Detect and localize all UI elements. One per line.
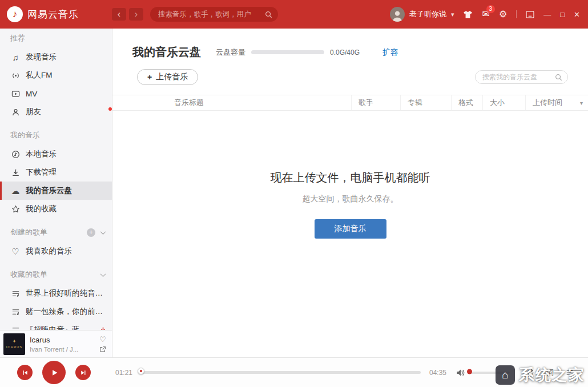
global-search-input[interactable] bbox=[158, 10, 265, 18]
column-album[interactable]: 专辑 bbox=[400, 95, 451, 110]
now-playing-artist[interactable]: Ivan Torrent / J... bbox=[30, 346, 95, 353]
cloud-icon: ☁ bbox=[10, 187, 21, 195]
user-caret-icon[interactable]: ▾ bbox=[451, 11, 454, 18]
cloud-drive-page: 我的音乐云盘 云盘容量 0.0G/40G 扩容 + 上传音乐 bbox=[112, 29, 588, 357]
lyrics-toggle[interactable]: 词 bbox=[546, 368, 554, 378]
capacity-meter: 云盘容量 0.0G/40G bbox=[216, 47, 360, 58]
seek-thumb[interactable] bbox=[138, 368, 144, 374]
sidebar-item-playlist-latiao[interactable]: 赌一包辣条，你的前任听... bbox=[0, 303, 112, 321]
empty-state-title: 现在上传文件，电脑手机都能听 bbox=[112, 170, 588, 186]
body-row: 推荐 ♫ 发现音乐 私人FM bbox=[0, 29, 588, 357]
app-window: ♪ 网易云音乐 ‹ › 老子听你说 ▾ ✉ 3 ⚙ bbox=[0, 0, 588, 387]
column-artist[interactable]: 歌手 bbox=[351, 95, 400, 110]
theme-skin-icon[interactable] bbox=[463, 10, 473, 19]
back-button[interactable]: ‹ bbox=[112, 8, 126, 21]
sidebar: 推荐 ♫ 发现音乐 私人FM bbox=[0, 29, 112, 357]
now-playing-title[interactable]: Icarus bbox=[30, 336, 95, 344]
album-cover[interactable]: ✦ ICARUS bbox=[3, 333, 25, 355]
sidebar-item-private-fm[interactable]: 私人FM bbox=[0, 66, 112, 84]
message-badge: 3 bbox=[486, 5, 495, 13]
current-time: 01:21 bbox=[112, 369, 135, 377]
search-icon bbox=[265, 11, 272, 18]
sort-caret-icon[interactable]: ▾ bbox=[580, 100, 583, 106]
heart-icon: ♡ bbox=[10, 247, 21, 256]
forward-button[interactable]: › bbox=[129, 8, 143, 21]
seek-bar[interactable] bbox=[141, 371, 421, 374]
now-playing-card[interactable]: ✦ ICARUS Icarus Ivan Torrent / J... ♡ bbox=[0, 330, 112, 357]
app-title: 网易云音乐 bbox=[27, 8, 79, 21]
capacity-label: 云盘容量 bbox=[216, 47, 245, 58]
add-music-button[interactable]: 添加音乐 bbox=[315, 219, 386, 239]
friends-notification-dot bbox=[108, 107, 112, 111]
capacity-bar bbox=[251, 50, 324, 54]
sidebar-group-recommend: 推荐 ♫ 发现音乐 私人FM bbox=[0, 29, 112, 121]
global-search-box[interactable] bbox=[150, 7, 278, 22]
search-icon bbox=[555, 74, 562, 81]
total-time: 04:35 bbox=[426, 369, 449, 377]
group-title-recommend: 推荐 bbox=[0, 29, 112, 48]
sidebar-item-local-music[interactable]: 本地音乐 bbox=[0, 145, 112, 163]
table-header: 音乐标题 歌手 专辑 格式 大小 上传时间 ▾ bbox=[112, 95, 588, 111]
maximize-button[interactable]: □ bbox=[560, 10, 565, 19]
capacity-value: 0.0G/40G bbox=[330, 49, 360, 57]
loop-mode-icon[interactable] bbox=[526, 368, 535, 377]
volume-thumb[interactable] bbox=[467, 369, 472, 374]
column-upload-time[interactable]: 上传时间 ▾ bbox=[525, 95, 588, 110]
chevron-down-icon[interactable] bbox=[100, 229, 106, 235]
previous-track-button[interactable] bbox=[17, 365, 33, 380]
sidebar-item-my-collection[interactable]: 我的收藏 bbox=[0, 200, 112, 218]
user-name[interactable]: 老子听你说 bbox=[409, 9, 446, 19]
column-size[interactable]: 大小 bbox=[482, 95, 525, 110]
plus-icon: + bbox=[147, 73, 152, 81]
sidebar-scroll[interactable]: 推荐 ♫ 发现音乐 私人FM bbox=[0, 29, 112, 330]
add-playlist-icon[interactable]: + bbox=[87, 228, 95, 237]
cloud-search-input[interactable] bbox=[482, 73, 555, 81]
star-icon bbox=[10, 205, 21, 213]
group-title-collected-playlists: 收藏的歌单 bbox=[0, 265, 112, 284]
volume-icon[interactable] bbox=[456, 369, 465, 377]
sidebar-item-download-manager[interactable]: 下载管理 bbox=[0, 163, 112, 182]
volume-control bbox=[456, 369, 510, 377]
page-head: 我的音乐云盘 云盘容量 0.0G/40G 扩容 bbox=[112, 29, 588, 60]
player-extra-controls: 词 bbox=[526, 368, 574, 378]
expand-storage-link[interactable]: 扩容 bbox=[382, 47, 398, 58]
mini-mode-icon[interactable] bbox=[526, 11, 534, 18]
close-button[interactable]: ✕ bbox=[574, 10, 580, 19]
group-title-created-playlists: 创建的歌单 + bbox=[0, 223, 112, 242]
app-logo[interactable]: ♪ 网易云音乐 bbox=[0, 6, 106, 22]
playlist-icon bbox=[10, 326, 21, 330]
sidebar-item-playlist-edm[interactable]: 『超嗨电音』蓝奏电... bbox=[0, 321, 112, 330]
chevron-down-icon[interactable] bbox=[100, 271, 106, 277]
sidebar-item-playlist-pure-music[interactable]: 世界上很好听的纯音乐（... bbox=[0, 284, 112, 303]
share-icon[interactable] bbox=[99, 346, 106, 353]
upload-music-button[interactable]: + 上传音乐 bbox=[137, 69, 198, 85]
player-bar: 01:21 04:35 词 bbox=[0, 357, 588, 387]
play-button[interactable] bbox=[42, 361, 66, 384]
next-track-button[interactable] bbox=[75, 365, 91, 380]
sidebar-item-discover[interactable]: ♫ 发现音乐 bbox=[0, 48, 112, 66]
column-format[interactable]: 格式 bbox=[451, 95, 482, 110]
sidebar-group-my-music: 我的音乐 本地音乐 下载管理 ☁ bbox=[0, 126, 112, 218]
cloud-search-box[interactable] bbox=[475, 70, 568, 84]
title-bar-right: 老子听你说 ▾ ✉ 3 ⚙ — □ ✕ bbox=[390, 7, 588, 22]
sidebar-item-mv[interactable]: MV bbox=[0, 84, 112, 103]
title-bar: ♪ 网易云音乐 ‹ › 老子听你说 ▾ ✉ 3 ⚙ bbox=[0, 0, 588, 29]
avatar[interactable] bbox=[390, 7, 405, 22]
sidebar-group-collected-playlists: 收藏的歌单 世界上很好听的纯音乐（... bbox=[0, 265, 112, 330]
like-heart-icon[interactable]: ♡ bbox=[99, 336, 106, 343]
friends-icon bbox=[10, 108, 21, 116]
toolbar: + 上传音乐 bbox=[112, 69, 588, 85]
column-spacer bbox=[112, 95, 167, 110]
sidebar-item-friends[interactable]: 朋友 bbox=[0, 103, 112, 121]
sidebar-group-created-playlists: 创建的歌单 + ♡ 我喜欢的音乐 bbox=[0, 223, 112, 260]
volume-slider[interactable] bbox=[470, 372, 510, 374]
titlebar-separator bbox=[516, 10, 517, 18]
column-title[interactable]: 音乐标题 bbox=[167, 95, 351, 110]
settings-gear-icon[interactable]: ⚙ bbox=[499, 10, 507, 19]
play-queue-icon[interactable] bbox=[565, 369, 574, 377]
logo-disc-icon: ♪ bbox=[7, 6, 23, 22]
sidebar-item-liked-music[interactable]: ♡ 我喜欢的音乐 bbox=[0, 242, 112, 260]
sidebar-item-cloud-drive[interactable]: ☁ 我的音乐云盘 bbox=[0, 182, 112, 200]
messages-icon[interactable]: ✉ 3 bbox=[482, 10, 489, 19]
minimize-button[interactable]: — bbox=[543, 10, 551, 19]
